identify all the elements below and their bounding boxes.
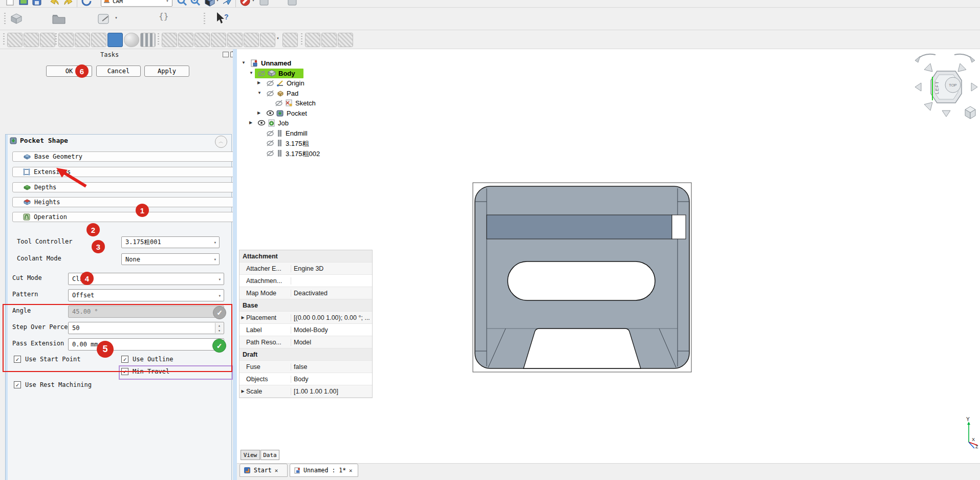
cam-selection-icon[interactable] xyxy=(107,33,123,47)
tab-start-page[interactable]: Start ✕ xyxy=(239,464,288,477)
cam-tools-icon[interactable] xyxy=(140,33,156,47)
property-row[interactable]: ▶Scale[1.00 1.00 1.00] xyxy=(239,385,372,398)
tree-item-document[interactable]: Unnamed xyxy=(237,58,406,68)
eye-slash-icon[interactable] xyxy=(275,99,283,106)
property-row[interactable]: ObjectsBody xyxy=(239,373,372,385)
nav-corner-top-left[interactable] xyxy=(924,63,932,72)
save-icon[interactable] xyxy=(32,0,42,7)
cam-deburr-icon[interactable] xyxy=(282,33,298,47)
nav-arrow-right[interactable] xyxy=(971,83,977,91)
refresh-icon[interactable] xyxy=(81,0,92,7)
cam-engrave-dropdown[interactable] xyxy=(276,37,279,40)
property-row[interactable]: ▶Placement[(0.00 0.00 1.00); 0.00 °; ... xyxy=(239,312,372,324)
open-document-icon[interactable] xyxy=(18,0,29,7)
expander-icon[interactable] xyxy=(242,61,246,65)
tab-data[interactable]: Data xyxy=(260,450,279,460)
cam-ball-icon[interactable] xyxy=(124,33,139,47)
cam-profile-icon[interactable] xyxy=(162,33,177,47)
nav-arrow-left[interactable] xyxy=(915,83,921,91)
pattern-select[interactable]: Offset xyxy=(68,289,224,301)
checkbox-checked-icon[interactable] xyxy=(14,381,21,388)
cam-inspect-icon[interactable] xyxy=(58,33,74,47)
workbench-selector[interactable]: CAM ▼ xyxy=(101,0,172,7)
cam-adaptive-icon[interactable] xyxy=(244,33,259,47)
cam-post-process-icon[interactable] xyxy=(24,33,39,47)
nav-mini-cube[interactable] xyxy=(965,106,975,119)
group-base-geometry[interactable]: Base Geometry xyxy=(12,151,235,162)
undo-icon[interactable] xyxy=(49,0,60,7)
close-tab-icon[interactable]: ✕ xyxy=(275,467,278,474)
tree-item-body[interactable]: Body xyxy=(237,69,406,78)
main-view-area[interactable]: Unnamed Body Origin Pad xyxy=(237,49,980,463)
eye-slash-icon[interactable] xyxy=(266,139,274,146)
property-row[interactable]: Path Reso...Model xyxy=(239,336,372,348)
coolant-mode-select[interactable]: None xyxy=(121,253,220,265)
tree-item-pad[interactable]: Pad xyxy=(237,89,406,98)
draw-style-icon[interactable] xyxy=(204,0,215,7)
group-heights[interactable]: Heights xyxy=(12,197,235,207)
tree-item-origin[interactable]: Origin xyxy=(237,78,406,88)
misc-tool-icon[interactable] xyxy=(258,0,270,7)
cam-array-icon[interactable] xyxy=(321,33,337,47)
eye-slash-icon[interactable] xyxy=(257,70,266,77)
tree-item-pocket[interactable]: Pocket xyxy=(237,108,406,118)
tree-item-sketch[interactable]: Sketch xyxy=(237,98,406,108)
property-row[interactable]: Fusefalse xyxy=(239,361,372,373)
cam-dressup-icon[interactable] xyxy=(305,33,320,47)
cam-job-icon[interactable] xyxy=(7,33,23,47)
model-3d-body[interactable] xyxy=(471,180,694,375)
group-extensions[interactable]: Extensions xyxy=(12,167,235,177)
cam-helix-icon[interactable] xyxy=(227,33,243,47)
fit-all-icon[interactable] xyxy=(177,0,188,7)
expander-icon[interactable] xyxy=(257,91,262,95)
cam-pocket-icon[interactable] xyxy=(178,33,193,47)
tree-item-tool-3175-002[interactable]: 3.175粗002 xyxy=(237,148,406,158)
stop-operation-icon[interactable] xyxy=(239,0,251,7)
tree-item-endmill[interactable]: Endmill xyxy=(237,128,406,138)
cam-face-icon[interactable] xyxy=(211,33,226,47)
property-row[interactable]: Map ModeDeactivated xyxy=(239,287,372,299)
draw-style-dropdown[interactable] xyxy=(216,0,219,2)
misc-tool-2-icon[interactable] xyxy=(287,0,298,7)
eye-slash-icon[interactable] xyxy=(266,90,274,97)
fit-selection-icon[interactable] xyxy=(190,0,201,7)
apply-button[interactable]: Apply xyxy=(144,66,189,77)
link-make-icon[interactable] xyxy=(96,12,112,26)
cancel-button[interactable]: Cancel xyxy=(96,66,141,77)
cam-simplify-icon[interactable] xyxy=(338,33,353,47)
part-structure-icon[interactable] xyxy=(9,12,24,26)
nav-face-left-label[interactable]: LEFT xyxy=(934,81,940,94)
expression-braces-icon[interactable]: {} xyxy=(159,11,168,21)
property-row[interactable]: Attachmen... xyxy=(239,275,372,287)
eye-icon[interactable] xyxy=(266,110,274,117)
tree-item-tool-3175[interactable]: 3.175粗 xyxy=(237,138,406,148)
expander-icon[interactable]: ▶ xyxy=(239,315,246,320)
tab-document-unnamed[interactable]: Unnamed : 1* ✕ xyxy=(290,464,358,477)
cam-simulator-gl-icon[interactable] xyxy=(91,33,106,47)
group-operation[interactable]: Operation xyxy=(12,212,235,222)
new-document-icon[interactable] xyxy=(5,0,15,7)
cam-drilling-icon[interactable] xyxy=(194,33,210,47)
use-rest-machining-checkbox[interactable]: Use Rest Machining xyxy=(14,381,92,388)
tree-item-job[interactable]: Job xyxy=(237,118,406,128)
tool-controller-select[interactable]: 3.175粗001 xyxy=(121,236,220,248)
collapse-chevron-icon[interactable]: ︿ xyxy=(215,136,227,148)
group-folder-icon[interactable] xyxy=(51,12,67,26)
close-tab-icon[interactable]: ✕ xyxy=(349,467,353,474)
eye-slash-icon[interactable] xyxy=(266,129,274,137)
expander-icon[interactable] xyxy=(249,71,253,75)
expander-icon[interactable] xyxy=(249,121,252,125)
property-row[interactable]: Attacher E...Engine 3D xyxy=(239,263,372,275)
cam-simulator-icon[interactable] xyxy=(75,33,90,47)
panel-float-icon[interactable] xyxy=(223,52,229,57)
group-depths[interactable]: Depths xyxy=(12,182,235,192)
fly-mode-icon[interactable] xyxy=(222,0,233,7)
panel-splitter[interactable] xyxy=(233,49,237,480)
cam-sanity-icon[interactable] xyxy=(40,33,55,47)
tab-view[interactable]: View xyxy=(241,450,260,460)
nav-arrow-down[interactable] xyxy=(942,111,950,117)
redo-icon[interactable] xyxy=(63,0,74,7)
nav-corner-bottom-left[interactable] xyxy=(924,102,932,111)
whats-this-icon[interactable]: ? xyxy=(214,11,229,26)
nav-corner-top-right[interactable] xyxy=(958,63,966,72)
